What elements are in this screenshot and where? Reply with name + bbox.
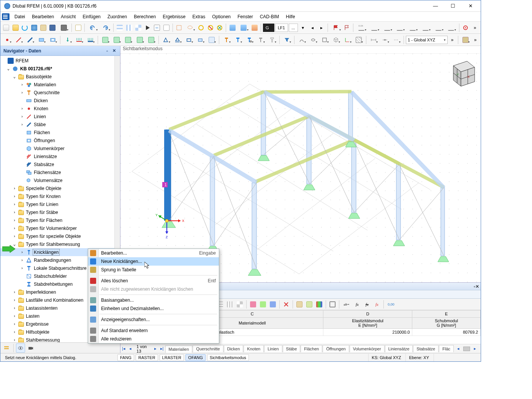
lf-group-label[interactable]: G [263,24,274,32]
tree-lasten[interactable]: Lasten [25,313,40,319]
tree-basisobjekte[interactable]: Basisobjekte [25,74,52,80]
dim-1-icon[interactable]: x.xx [355,23,367,32]
tbl-fx-2-icon[interactable]: fx [363,300,372,309]
load-surf-4-icon[interactable] [134,35,145,44]
section-5-icon[interactable] [267,35,277,44]
tree-flaechen[interactable]: Flächen [33,130,51,136]
ctx-item[interactable]: Bearbeiten...Eingabe [88,249,219,257]
ctx-item[interactable]: Basisangaben... [88,296,219,304]
dim-3-icon[interactable] [381,23,393,32]
save-icon[interactable] [48,23,57,32]
tree-querschnitte[interactable]: Querschnitte [33,90,60,96]
tab2-liniensaetze[interactable]: Liniensätze [385,345,413,352]
section-1-icon[interactable] [221,35,232,44]
tbl-copy-icon[interactable] [295,300,304,309]
viewport-3d[interactable]: 1 [120,54,481,282]
nav-filter-icon[interactable] [2,344,11,353]
refresh-icon[interactable] [21,23,29,32]
print-icon[interactable] [58,23,70,32]
menu-hilfe[interactable]: Hilfe [282,13,298,21]
dim-2-icon[interactable] [368,23,380,32]
tbl-color-icon[interactable] [315,300,324,309]
pager-last-icon[interactable]: ▸| [158,345,165,353]
tbl-op-1-icon[interactable] [249,300,258,309]
tree-lokale-stab[interactable]: Lokale Stabquerschnittsre [33,265,87,271]
tree-knoten[interactable]: Knoten [33,106,49,112]
flag-2-icon[interactable] [343,23,351,32]
tree-typen-volumen[interactable]: Typen für Volumenkörper [25,225,78,231]
lf-more-label[interactable]: ... [289,24,298,32]
tree-oeffnungen[interactable]: Öffnungen [33,138,56,144]
new-icon[interactable] [2,23,10,32]
load-member-icon[interactable] [85,35,96,44]
toggle-sichtbarkeit[interactable]: Sichtbarkeitsmodus [207,354,249,361]
navigator-float-icon[interactable]: ▫ [104,48,110,54]
more-2-icon[interactable]: » [448,35,456,44]
shape-2-icon[interactable] [308,35,318,44]
filter-icon[interactable] [282,35,292,44]
ctx-item[interactable]: Alle reduzieren [88,335,219,343]
tree-lastfaelle[interactable]: Lastfälle und Kombinationen [25,297,84,303]
lf-dropdown-icon[interactable]: ▾ [299,23,307,32]
tbl-del-icon[interactable] [282,300,291,309]
grid-3-icon[interactable] [134,23,142,32]
tab2-oeffnungen[interactable]: Öffnungen [323,345,349,352]
select-invert-icon[interactable] [215,23,224,32]
load-node-icon[interactable] [62,35,73,44]
tbl-fx-1-icon[interactable]: fx [353,300,362,309]
tree-hilfsobjekte[interactable]: Hilfsobjekte [25,329,50,335]
toggle-fang[interactable]: FANG [117,354,134,361]
tab2-dicken[interactable]: Dicken [224,345,244,352]
tbl-grid-3-icon[interactable] [235,300,244,309]
col-gmodul[interactable]: Schubmodul G [N/mm²] [412,318,481,329]
load-surf-3-icon[interactable] [123,35,133,44]
load-surf-2-icon[interactable] [111,35,122,44]
section-4-icon[interactable] [255,35,266,44]
coord-system-select[interactable]: 1 - Global XYZ▾ [406,36,448,44]
tree-liniensaetze[interactable]: Liniensätze [33,154,58,160]
redo-icon[interactable] [100,23,112,32]
tree-randbedingungen[interactable]: Randbedingungen [33,257,72,263]
align-2-icon[interactable] [238,23,250,32]
col-d[interactable]: D [323,310,412,318]
report-icon[interactable] [74,23,82,32]
tbl-ab-icon[interactable]: ab= [341,300,352,309]
grid-2-icon[interactable] [125,23,133,32]
grid-1-icon[interactable] [116,23,124,32]
tab2-flaechen[interactable]: Flächen [301,345,322,352]
pager-prev-icon[interactable]: ◂ [127,345,133,353]
eye-icon[interactable] [16,344,25,353]
clip-icon[interactable] [460,35,471,44]
align-3-icon[interactable] [250,23,259,32]
data-panel-close-icon[interactable]: ✕ [475,284,479,289]
dist-1-icon[interactable] [368,35,379,44]
surface-icon[interactable] [36,35,47,44]
tree-file[interactable]: KB 001726.rf6* [19,66,53,72]
dim-7-icon[interactable] [432,23,445,32]
maximize-button[interactable]: ☐ [444,0,462,12]
dist-3-icon[interactable] [391,35,402,44]
undo-icon[interactable] [87,23,99,32]
cube-icon[interactable] [331,35,341,44]
menu-ergebnisse[interactable]: Ergebnisse [159,13,189,21]
tbl-dec-icon[interactable]: 0,00 [386,300,396,309]
tree-root[interactable]: RFEM [15,58,29,64]
tree-stahlbemessung[interactable]: Stahlbemessung [25,337,60,343]
ctx-item[interactable]: Sprung in Tabelle [88,266,219,274]
app-menu-icon[interactable] [2,13,10,20]
dim-6-icon[interactable] [420,23,432,32]
tree-typen-flaechen[interactable]: Typen für Flächen [25,217,63,223]
tree-volumenkoerper[interactable]: Volumenkörper [33,146,65,152]
select-lasso-icon[interactable] [184,23,196,32]
section-3-icon[interactable] [244,35,255,44]
hscroll-thumb[interactable] [463,347,470,351]
tree-spezielle[interactable]: Spezielle Objekte [25,185,62,192]
grid-plane-icon[interactable] [353,35,364,44]
flag-1-icon[interactable] [330,23,342,32]
tree-typen-linien[interactable]: Typen für Linien [25,201,59,207]
menu-ansicht[interactable]: Ansicht [57,13,79,21]
lf-next-icon[interactable]: ▸ [317,23,326,32]
tree-typen-spezielle[interactable]: Typen für spezielle Objekte [25,233,82,239]
support-2-icon[interactable] [172,35,183,44]
dim-8-icon[interactable] [445,23,458,32]
